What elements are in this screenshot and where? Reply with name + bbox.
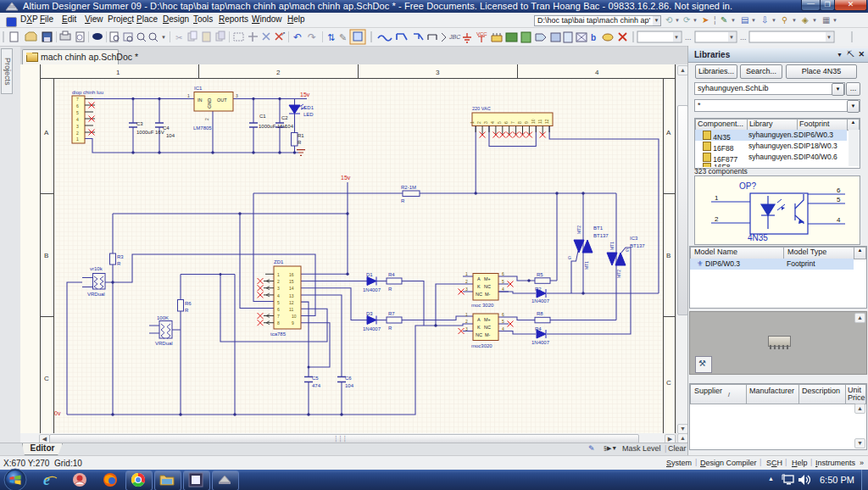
svg-text:MT2: MT2 bbox=[616, 270, 621, 278]
svg-text:15v: 15v bbox=[341, 175, 351, 181]
svg-text:2: 2 bbox=[476, 121, 481, 124]
svg-text:1: 1 bbox=[465, 312, 468, 317]
svg-text:15: 15 bbox=[289, 279, 294, 284]
svg-text:A: A bbox=[477, 317, 481, 322]
svg-text:A: A bbox=[666, 129, 671, 136]
svg-text:12: 12 bbox=[544, 119, 549, 124]
svg-text:tca785: tca785 bbox=[270, 331, 287, 337]
svg-text:2: 2 bbox=[276, 69, 281, 76]
svg-text:4: 4 bbox=[76, 117, 79, 122]
svg-text:M+: M+ bbox=[484, 317, 491, 322]
svg-text:1: 1 bbox=[76, 136, 79, 142]
svg-text:R2: R2 bbox=[535, 287, 542, 292]
svg-text:10: 10 bbox=[531, 119, 536, 124]
svg-text:3: 3 bbox=[465, 287, 468, 292]
svg-text:A: A bbox=[477, 276, 481, 281]
svg-text:4: 4 bbox=[595, 69, 599, 76]
svg-text:R8: R8 bbox=[537, 311, 543, 316]
svg-text:9: 9 bbox=[292, 320, 294, 326]
svg-text:7: 7 bbox=[510, 121, 515, 124]
svg-text:C4: C4 bbox=[163, 125, 170, 131]
svg-text:1: 1 bbox=[715, 194, 719, 202]
svg-text:11: 11 bbox=[537, 120, 542, 124]
svg-text:↶: ↶ bbox=[293, 31, 302, 43]
svg-text:6: 6 bbox=[502, 312, 504, 317]
svg-text:3: 3 bbox=[236, 93, 238, 98]
svg-text:6: 6 bbox=[76, 103, 79, 109]
svg-text:MT2: MT2 bbox=[576, 226, 581, 234]
svg-text:BT1: BT1 bbox=[593, 226, 604, 231]
svg-text:...: ... bbox=[685, 33, 692, 42]
svg-text:1000uF 16V: 1000uF 16V bbox=[136, 130, 164, 135]
svg-text:G: G bbox=[626, 248, 629, 253]
svg-text:OUT: OUT bbox=[217, 97, 227, 103]
svg-text:B: B bbox=[44, 252, 48, 259]
svg-text:104: 104 bbox=[285, 124, 294, 129]
svg-text:5: 5 bbox=[277, 300, 280, 305]
svg-text:7: 7 bbox=[76, 97, 79, 102]
svg-text:vr10k: vr10k bbox=[90, 266, 103, 271]
svg-text:14: 14 bbox=[289, 286, 294, 291]
svg-text:3: 3 bbox=[465, 326, 468, 331]
svg-text:R7: R7 bbox=[388, 311, 395, 316]
svg-text:9: 9 bbox=[524, 121, 529, 124]
svg-text:...: ... bbox=[740, 33, 747, 42]
svg-text:G: G bbox=[568, 255, 571, 260]
svg-text:100K: 100K bbox=[157, 315, 169, 320]
svg-text:C2: C2 bbox=[281, 115, 288, 120]
svg-text:LED: LED bbox=[303, 112, 314, 117]
svg-text:R: R bbox=[401, 198, 405, 203]
svg-text:5: 5 bbox=[76, 110, 79, 115]
svg-text:NC: NC bbox=[476, 292, 482, 297]
svg-text:✎: ✎ bbox=[339, 32, 347, 42]
svg-text:MT1: MT1 bbox=[609, 242, 615, 250]
svg-text:1N4007: 1N4007 bbox=[363, 287, 381, 292]
svg-text:JBC: JBC bbox=[448, 34, 461, 40]
svg-text:R3: R3 bbox=[117, 254, 124, 259]
svg-text:↷: ↷ bbox=[308, 31, 316, 43]
svg-text:B: B bbox=[666, 252, 670, 259]
svg-text:LM7805: LM7805 bbox=[193, 125, 212, 131]
svg-text:b: b bbox=[591, 33, 596, 42]
svg-text:1: 1 bbox=[465, 271, 468, 276]
svg-text:BT137: BT137 bbox=[630, 243, 645, 248]
svg-text:1N4007: 1N4007 bbox=[531, 298, 550, 303]
svg-text:diop chinh luu: diop chinh luu bbox=[72, 90, 103, 95]
svg-text:M-: M- bbox=[485, 292, 491, 297]
svg-text:1N4007: 1N4007 bbox=[363, 326, 381, 331]
svg-text:R: R bbox=[388, 287, 392, 292]
svg-text:C3: C3 bbox=[136, 121, 143, 126]
svg-text:3: 3 bbox=[277, 286, 280, 291]
svg-text:1: 1 bbox=[187, 93, 190, 98]
svg-text:15v: 15v bbox=[300, 92, 310, 97]
svg-text:▼: ▼ bbox=[826, 35, 832, 40]
svg-text:R2-1M: R2-1M bbox=[401, 185, 416, 190]
svg-text:12: 12 bbox=[289, 300, 294, 305]
svg-text:MT1: MT1 bbox=[584, 261, 589, 270]
svg-text:moc 3020: moc 3020 bbox=[471, 303, 494, 308]
svg-text:1: 1 bbox=[470, 121, 475, 124]
svg-text:R6: R6 bbox=[185, 301, 192, 306]
svg-text:6: 6 bbox=[837, 187, 841, 194]
svg-text:C: C bbox=[44, 375, 49, 382]
svg-text:R1: R1 bbox=[298, 133, 304, 138]
svg-text:R4: R4 bbox=[535, 326, 542, 331]
svg-text:16: 16 bbox=[289, 272, 294, 277]
svg-text:1: 1 bbox=[277, 272, 280, 277]
svg-text:220 VAC: 220 VAC bbox=[472, 106, 491, 111]
svg-text:2: 2 bbox=[277, 279, 280, 284]
svg-text:5: 5 bbox=[502, 319, 504, 324]
svg-text:104: 104 bbox=[166, 133, 175, 138]
svg-text:↗: ↗ bbox=[281, 31, 286, 36]
svg-text:▼: ▼ bbox=[674, 35, 679, 40]
svg-text:BT137: BT137 bbox=[593, 233, 609, 238]
svg-text:1000uF 16V: 1000uF 16V bbox=[259, 124, 287, 129]
svg-text:8: 8 bbox=[277, 320, 280, 326]
svg-text:3: 3 bbox=[436, 69, 440, 76]
svg-text:D1: D1 bbox=[366, 272, 373, 277]
svg-text:R: R bbox=[185, 308, 189, 313]
svg-text:NC: NC bbox=[476, 332, 482, 337]
svg-text:M-: M- bbox=[485, 332, 491, 337]
svg-text:2: 2 bbox=[465, 279, 468, 284]
svg-text:NC: NC bbox=[484, 325, 491, 330]
